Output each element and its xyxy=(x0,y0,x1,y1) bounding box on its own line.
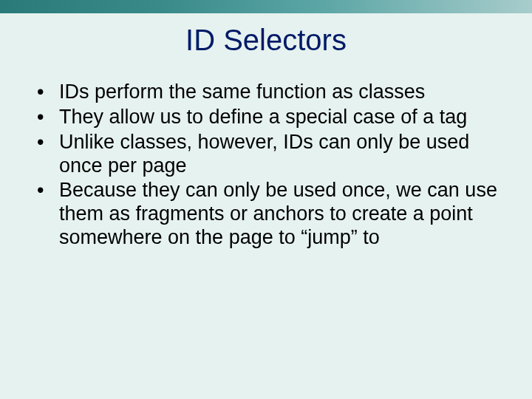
bullet-list: IDs perform the same function as classes… xyxy=(35,81,502,250)
header-accent-bar xyxy=(0,0,532,13)
slide-title: ID Selectors xyxy=(0,24,532,57)
list-item: They allow us to define a special case o… xyxy=(35,106,502,129)
list-item: IDs perform the same function as classes xyxy=(35,81,502,104)
slide-content: IDs perform the same function as classes… xyxy=(0,81,532,250)
list-item: Because they can only be used once, we c… xyxy=(35,179,502,250)
list-item: Unlike classes, however, IDs can only be… xyxy=(35,131,502,178)
